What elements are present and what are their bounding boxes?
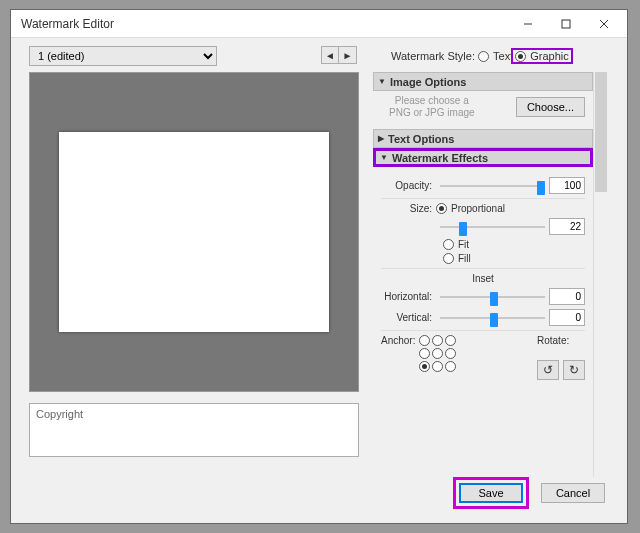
anchor-br[interactable] [445, 361, 456, 372]
size-slider-row [381, 218, 585, 235]
maximize-button[interactable] [547, 12, 585, 36]
preview-area [29, 72, 359, 392]
inset-v-label: Vertical: [381, 312, 436, 323]
inset-h-value[interactable] [549, 288, 585, 305]
preview-nav: ◄ ► [321, 46, 357, 64]
anchor-mc[interactable] [432, 348, 443, 359]
style-label: Watermark Style: [391, 50, 475, 62]
anchor-rotate-row: Anchor: [381, 335, 585, 380]
image-options-body: Please choose a PNG or JPG image Choose.… [373, 91, 593, 129]
inset-label: Inset [381, 273, 585, 284]
copyright-input[interactable]: Copyright [29, 403, 359, 457]
titlebar: Watermark Editor [11, 10, 627, 38]
watermark-editor-window: Watermark Editor 1 (edited) ◄ ► Watermar… [10, 9, 628, 524]
anchor-tr[interactable] [445, 335, 456, 346]
prev-button[interactable]: ◄ [321, 46, 339, 64]
opacity-value[interactable] [549, 177, 585, 194]
preview-canvas [59, 132, 329, 332]
inset-h-label: Horizontal: [381, 291, 436, 302]
size-radio-fill[interactable] [443, 253, 454, 264]
rotate-right-button[interactable]: ↻ [563, 360, 585, 380]
inset-v-row: Vertical: [381, 309, 585, 326]
anchor-mr[interactable] [445, 348, 456, 359]
minimize-button[interactable] [509, 12, 547, 36]
chevron-right-icon: ▶ [378, 134, 384, 143]
text-options-header[interactable]: ▶ Text Options [373, 129, 593, 148]
scroll-thumb[interactable] [595, 72, 607, 192]
anchor-bl[interactable] [419, 361, 430, 372]
rotate-block: Rotate: ↺ ↻ [537, 335, 585, 380]
size-mode-group: Fit Fill [443, 239, 585, 264]
anchor-tc[interactable] [432, 335, 443, 346]
cancel-button[interactable]: Cancel [541, 483, 605, 503]
opacity-row: Opacity: [381, 177, 585, 194]
style-radio-text[interactable] [478, 51, 489, 62]
chevron-down-icon: ▼ [378, 77, 386, 86]
watermark-effects-header[interactable]: ▼ Watermark Effects [373, 148, 593, 167]
opacity-slider[interactable] [440, 179, 545, 193]
size-slider[interactable] [440, 220, 545, 234]
panel-scrollbar[interactable] [593, 72, 607, 477]
style-text-label: Text [493, 50, 513, 62]
options-panel: ▼ Image Options Please choose a PNG or J… [373, 72, 607, 477]
dialog-buttons: Save Cancel [453, 477, 605, 509]
size-label: Size: [381, 203, 436, 214]
close-button[interactable] [585, 12, 623, 36]
window-title: Watermark Editor [21, 17, 509, 31]
content-area: 1 (edited) ◄ ► Watermark Style: Text Gra… [11, 38, 627, 523]
rotate-label: Rotate: [537, 335, 585, 346]
inset-h-slider[interactable] [440, 290, 545, 304]
anchor-bc[interactable] [432, 361, 443, 372]
style-graphic-label: Graphic [530, 50, 569, 62]
style-radio-graphic[interactable] [515, 51, 526, 62]
size-value[interactable] [549, 218, 585, 235]
choose-image-button[interactable]: Choose... [516, 97, 585, 117]
anchor-grid [419, 335, 457, 373]
inset-h-row: Horizontal: [381, 288, 585, 305]
highlight-graphic: Graphic [511, 48, 573, 64]
inset-v-slider[interactable] [440, 311, 545, 325]
copyright-placeholder: Copyright [36, 408, 83, 420]
anchor-tl[interactable] [419, 335, 430, 346]
chevron-down-icon: ▼ [380, 153, 388, 162]
size-radio-proportional[interactable] [436, 203, 447, 214]
anchor-label: Anchor: [381, 335, 415, 346]
save-button[interactable]: Save [459, 483, 523, 503]
next-button[interactable]: ► [339, 46, 357, 64]
opacity-label: Opacity: [381, 180, 436, 191]
image-hint: Please choose a PNG or JPG image [389, 95, 475, 119]
watermark-effects-body: Opacity: Size: Proportional [373, 167, 593, 388]
size-row: Size: Proportional [381, 203, 585, 214]
rotate-left-button[interactable]: ↺ [537, 360, 559, 380]
inset-v-value[interactable] [549, 309, 585, 326]
preset-select[interactable]: 1 (edited) [29, 46, 217, 66]
svg-rect-1 [562, 20, 570, 28]
size-radio-fit[interactable] [443, 239, 454, 250]
proportional-label: Proportional [451, 203, 505, 214]
anchor-ml[interactable] [419, 348, 430, 359]
watermark-style-row: Watermark Style: Text Graphic [391, 48, 573, 64]
highlight-save: Save [453, 477, 529, 509]
image-options-header[interactable]: ▼ Image Options [373, 72, 593, 91]
